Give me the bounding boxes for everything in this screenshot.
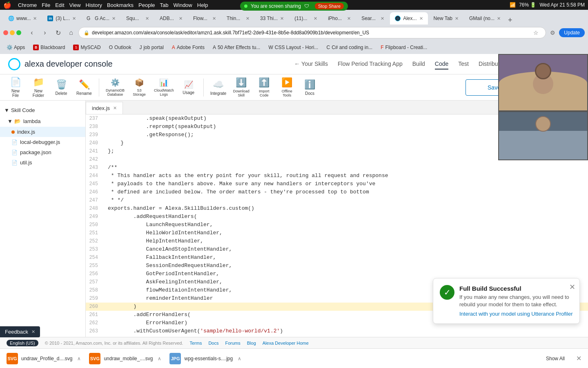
address-bar[interactable]: 🔒 developer.amazon.com/alexa/console/ask… <box>78 27 546 38</box>
bookmark-apps[interactable]: ⚙️ Apps <box>3 43 28 52</box>
close-tab-icon[interactable]: ✕ <box>72 16 76 21</box>
usage-button[interactable]: 📈 Usage <box>178 76 199 99</box>
close-tab-icon[interactable]: ✕ <box>314 16 317 21</box>
tab-11[interactable]: (11)... ✕ <box>290 12 322 25</box>
footer-forums[interactable]: Forums <box>225 341 240 346</box>
menu-help[interactable]: Help <box>197 2 208 8</box>
home-button[interactable]: ⌂ <box>65 27 77 38</box>
bookmark-csslayout[interactable]: W CSS Layout - Hori... <box>265 43 321 52</box>
nav-code[interactable]: Code <box>435 59 448 70</box>
sidebar-lambda[interactable]: ▼ 📂 lambda <box>0 116 85 127</box>
close-tab-icon[interactable]: ✕ <box>497 16 501 21</box>
tab-gmail[interactable]: GMail (no... ✕ <box>464 12 506 25</box>
docs-button[interactable]: ℹ️ Docs <box>299 76 321 99</box>
close-tab-icon[interactable]: ✕ <box>419 16 423 21</box>
update-button[interactable]: Update <box>559 28 585 37</box>
close-tab-icon[interactable]: ✕ <box>112 16 116 21</box>
back-button[interactable]: ‹ <box>26 27 38 38</box>
menu-history[interactable]: History <box>86 2 102 8</box>
new-file-button[interactable]: 📄 NewFile <box>5 76 26 99</box>
sidebar-skill-code[interactable]: ▼ Skill Code <box>0 105 85 116</box>
bookmark-adobefonts[interactable]: A Adobe Fonts <box>169 43 208 52</box>
integrate-button[interactable]: ☁️ Integrate <box>208 76 229 99</box>
download-item-2[interactable]: SVG undraw_mobile_....svg ∧ <box>89 353 161 364</box>
menu-bookmarks[interactable]: Bookmarks <box>107 2 134 8</box>
bookmark-star-button[interactable]: ☆ <box>531 28 541 38</box>
window-maximize[interactable] <box>16 30 21 35</box>
close-tab-icon[interactable]: ✕ <box>212 16 216 21</box>
download-skill-button[interactable]: ⬇️ DownloadSkill <box>231 76 252 99</box>
menu-tab[interactable]: Tab <box>160 2 169 8</box>
toast-close-button[interactable]: ✕ <box>569 283 575 292</box>
language-badge[interactable]: English (US) <box>7 340 38 346</box>
tab-search[interactable]: Sear... ✕ <box>356 12 389 25</box>
window-close[interactable] <box>3 30 8 35</box>
feedback-tab[interactable]: Feedback ✕ <box>0 326 40 337</box>
menu-window[interactable]: Window <box>174 2 192 8</box>
bookmark-flipboard[interactable]: F Flipboard - Creati... <box>377 43 430 52</box>
sidebar-item-indexjs[interactable]: index.js <box>0 127 85 137</box>
sidebar-item-package[interactable]: 📄 package.json <box>0 147 85 157</box>
apple-menu[interactable]: 🍎 <box>3 1 11 9</box>
close-tab-icon[interactable]: ✕ <box>455 16 459 21</box>
toast-link[interactable]: Interact with your model using Utterance… <box>459 311 573 317</box>
delete-button[interactable]: 🗑️ Delete <box>51 76 72 99</box>
tab-alexa[interactable]: ○ Alex... ✕ <box>390 12 428 25</box>
nav-test[interactable]: Test <box>458 59 469 70</box>
extensions-button[interactable]: ⚙ <box>548 28 557 38</box>
bookmark-outlook[interactable]: O Outlook <box>106 43 135 52</box>
stop-share-button[interactable]: Stop Share <box>315 3 344 9</box>
rename-button[interactable]: ✏️ Rename <box>74 76 95 99</box>
close-tab-icon[interactable]: ✕ <box>33 16 37 21</box>
close-tab-icon[interactable]: ✕ <box>145 16 149 21</box>
tab-4[interactable]: Squ... ✕ <box>121 12 154 25</box>
cloudwatch-button[interactable]: 📊 CloudWatchLogs <box>151 76 176 99</box>
close-tab-icon[interactable]: ✕ <box>381 16 384 21</box>
menu-view[interactable]: View <box>69 2 81 8</box>
show-all-downloads-button[interactable]: Show All <box>543 354 568 363</box>
footer-blog[interactable]: Blog <box>247 341 256 346</box>
tab-iphone[interactable]: iPho... ✕ <box>323 12 356 25</box>
bookmark-jobportal[interactable]: J job portal <box>136 43 167 52</box>
bookmark-blackboard[interactable]: B Blackboard <box>30 43 68 52</box>
s3-button[interactable]: 📦 S3Storage <box>129 76 150 99</box>
offline-tools-button[interactable]: ▶️ OfflineTools <box>276 76 298 99</box>
editor-tab-indexjs[interactable]: index.js ✕ <box>86 102 123 114</box>
tab-1[interactable]: 🌐 www... ✕ <box>3 12 42 25</box>
tab-thin[interactable]: Thin... ✕ <box>222 12 254 25</box>
close-download-bar-button[interactable]: ✕ <box>576 355 581 362</box>
sidebar-item-util[interactable]: 📄 util.js <box>0 157 85 168</box>
tab-3[interactable]: G G Ac... ✕ <box>82 12 120 25</box>
close-tab-icon[interactable]: ✕ <box>280 16 284 21</box>
new-tab-button[interactable]: + <box>508 16 512 25</box>
download-item-3[interactable]: JPG wpg-essentials-s....jpg ∧ <box>169 353 241 364</box>
tab-newtab[interactable]: New Tab ✕ <box>429 12 463 25</box>
close-tab-icon[interactable]: ✕ <box>246 16 249 21</box>
window-minimize[interactable] <box>10 30 15 35</box>
dynamodb-button[interactable]: ⚙️ DynamoDBDatabase <box>103 76 127 99</box>
tab-5[interactable]: ADB... ✕ <box>155 12 187 25</box>
close-tab-icon[interactable]: ✕ <box>179 16 183 21</box>
close-tab-icon[interactable]: ✕ <box>347 16 351 21</box>
refresh-button[interactable]: ↻ <box>52 27 64 38</box>
menu-people[interactable]: People <box>138 2 155 8</box>
close-editor-tab-icon[interactable]: ✕ <box>113 105 117 111</box>
nav-your-skills[interactable]: ← Your Skills <box>294 59 327 70</box>
tab-33thin[interactable]: 33 Thi... ✕ <box>255 12 289 25</box>
nav-flow[interactable]: Flow Period Tracking App <box>338 59 403 70</box>
forward-button[interactable]: › <box>39 27 51 38</box>
feedback-close-icon[interactable]: ✕ <box>31 329 35 334</box>
footer-alexa-home[interactable]: Alexa Developer Home <box>263 341 309 346</box>
menu-chrome[interactable]: Chrome <box>18 2 37 8</box>
menu-edit[interactable]: Edit <box>55 2 64 8</box>
download-item-1[interactable]: SVG undraw_Profile_d....svg ∧ <box>7 353 81 364</box>
import-code-button[interactable]: ⬆️ ImportCode <box>254 76 275 99</box>
menu-file[interactable]: File <box>42 2 50 8</box>
footer-docs[interactable]: Docs <box>208 341 218 346</box>
new-folder-button[interactable]: 📁 NewFolder <box>28 76 49 99</box>
tab-2[interactable]: in (3) L... ✕ <box>42 12 81 25</box>
bookmark-aftereffects[interactable]: A 50 After Effects tu... <box>209 43 264 52</box>
tab-flow[interactable]: Flow... ✕ <box>188 12 221 25</box>
nav-build[interactable]: Build <box>412 59 425 70</box>
bookmark-myscad[interactable]: S MySCAD <box>70 43 104 52</box>
